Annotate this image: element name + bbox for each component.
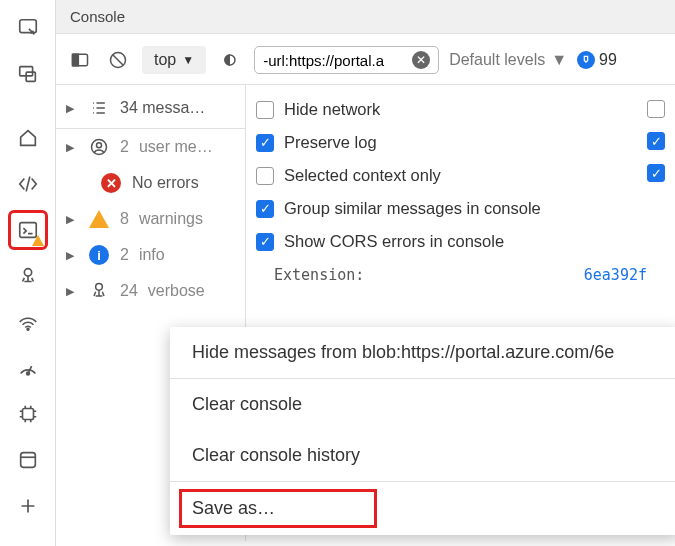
setting-trailing-2[interactable] xyxy=(629,125,665,157)
info-icon: i xyxy=(88,244,110,266)
setting-group-similar[interactable]: Group similar messages in console xyxy=(256,192,629,225)
svg-rect-0 xyxy=(19,20,36,33)
svg-point-14 xyxy=(97,143,102,148)
filter-warnings[interactable]: ▶ 8 warnings xyxy=(56,201,245,237)
expand-icon: ▶ xyxy=(66,102,78,115)
context-label: top xyxy=(154,51,176,69)
menu-separator xyxy=(170,481,675,482)
menu-clear-console[interactable]: Clear console xyxy=(170,379,675,430)
expand-icon: ▶ xyxy=(66,285,78,298)
network-icon[interactable] xyxy=(10,304,46,340)
setting-trailing-1[interactable] xyxy=(629,93,665,125)
device-icon[interactable] xyxy=(10,56,46,92)
more-tools-icon[interactable] xyxy=(10,488,46,524)
filter-count: 2 xyxy=(120,246,129,264)
filter-info[interactable]: ▶ i 2 info xyxy=(56,237,245,273)
svg-rect-2 xyxy=(26,72,35,81)
clear-console-icon[interactable] xyxy=(104,46,132,74)
console-toolbar: top ▼ ✕ Default levels ▼ 99 xyxy=(56,34,675,85)
filter-count: 8 xyxy=(120,210,129,228)
checkbox[interactable] xyxy=(256,101,274,119)
setting-label: Group similar messages in console xyxy=(284,199,541,218)
filter-label: verbose xyxy=(148,282,205,300)
filter-verbose[interactable]: ▶ 24 verbose xyxy=(56,273,245,309)
filter-errors[interactable]: ✕ No errors xyxy=(56,165,245,201)
setting-label: Show CORS errors in console xyxy=(284,232,504,251)
checkbox[interactable] xyxy=(647,100,665,118)
filter-all-messages[interactable]: ▶ 34 messa… xyxy=(56,90,245,129)
filter-input-wrapper: ✕ xyxy=(254,46,439,74)
sources-icon[interactable] xyxy=(10,258,46,294)
inspect-icon[interactable] xyxy=(10,10,46,46)
expand-icon: ▶ xyxy=(66,249,78,262)
svg-point-5 xyxy=(27,328,29,330)
checkbox[interactable] xyxy=(256,200,274,218)
console-icon[interactable] xyxy=(10,212,46,248)
elements-icon[interactable] xyxy=(10,166,46,202)
memory-icon[interactable] xyxy=(10,396,46,432)
log-entry: Extension: 6ea392f xyxy=(256,258,665,292)
svg-point-6 xyxy=(26,372,29,375)
verbose-icon xyxy=(88,280,110,302)
filter-input[interactable] xyxy=(263,52,412,69)
svg-rect-7 xyxy=(22,409,33,420)
context-menu: Hide messages from blob:https://portal.a… xyxy=(170,327,675,535)
panel-title: Console xyxy=(56,0,675,34)
clear-filter-icon[interactable]: ✕ xyxy=(412,51,430,69)
checkbox[interactable] xyxy=(256,167,274,185)
filter-label: No errors xyxy=(132,174,199,192)
svg-point-15 xyxy=(96,284,103,291)
filter-label: warnings xyxy=(139,210,203,228)
menu-hide-messages[interactable]: Hide messages from blob:https://portal.a… xyxy=(170,327,675,378)
setting-preserve-log[interactable]: Preserve log xyxy=(256,126,629,159)
filter-label: info xyxy=(139,246,165,264)
list-icon xyxy=(88,97,110,119)
home-icon[interactable] xyxy=(10,120,46,156)
svg-rect-8 xyxy=(20,453,35,468)
menu-clear-history[interactable]: Clear console history xyxy=(170,430,675,481)
log-text: Extension: xyxy=(274,266,364,284)
checkbox[interactable] xyxy=(647,132,665,150)
chevron-down-icon: ▼ xyxy=(182,53,194,67)
svg-point-4 xyxy=(24,269,31,276)
filter-label: user me… xyxy=(139,138,213,156)
checkbox[interactable] xyxy=(647,164,665,182)
expand-icon: ▶ xyxy=(66,141,78,154)
filter-user-messages[interactable]: ▶ 2 user me… xyxy=(56,129,245,165)
menu-save-as[interactable]: Save as… xyxy=(176,486,380,531)
setting-label: Hide network xyxy=(284,100,380,119)
issues-count: 99 xyxy=(599,51,617,69)
checkbox[interactable] xyxy=(256,134,274,152)
filter-count: 2 xyxy=(120,138,129,156)
setting-selected-only[interactable]: Selected context only xyxy=(256,159,629,192)
setting-hide-network[interactable]: Hide network xyxy=(256,93,629,126)
setting-label: Preserve log xyxy=(284,133,377,152)
issues-button[interactable]: 99 xyxy=(577,51,617,69)
filter-count: 24 xyxy=(120,282,138,300)
setting-label: Selected context only xyxy=(284,166,441,185)
sidebar-toggle-icon[interactable] xyxy=(66,46,94,74)
expand-icon: ▶ xyxy=(66,213,78,226)
svg-rect-10 xyxy=(73,54,79,66)
filter-label: 34 messa… xyxy=(120,99,205,117)
setting-trailing-3[interactable] xyxy=(629,157,665,189)
chevron-down-icon: ▼ xyxy=(551,51,567,69)
issues-icon xyxy=(577,51,595,69)
checkbox[interactable] xyxy=(256,233,274,251)
live-expression-icon[interactable] xyxy=(216,46,244,74)
application-icon[interactable] xyxy=(10,442,46,478)
log-source-link[interactable]: 6ea392f xyxy=(584,266,647,284)
performance-icon[interactable] xyxy=(10,350,46,386)
user-icon xyxy=(88,136,110,158)
warning-icon xyxy=(88,208,110,230)
app-sidebar xyxy=(0,0,56,546)
context-dropdown[interactable]: top ▼ xyxy=(142,46,206,74)
error-icon: ✕ xyxy=(100,172,122,194)
levels-label: Default levels xyxy=(449,51,545,69)
setting-show-cors[interactable]: Show CORS errors in console xyxy=(256,225,629,258)
levels-dropdown[interactable]: Default levels ▼ xyxy=(449,51,567,69)
